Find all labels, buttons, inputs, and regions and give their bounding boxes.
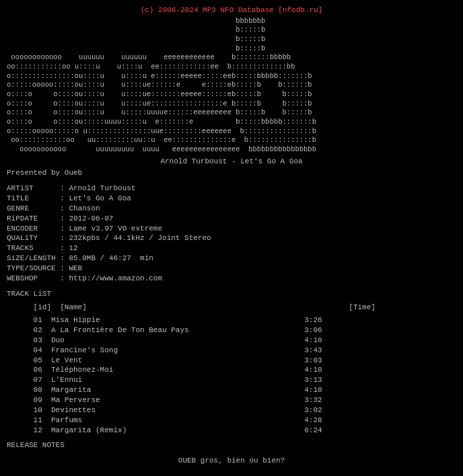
track-row: 08 Margarita 4:10	[7, 385, 456, 395]
meta-genre: GENRE : Chanson	[7, 204, 456, 214]
track-row: 04 Francine's Song 3:43	[7, 346, 456, 356]
track-row: 06 Téléphonez-Moi 4:10	[7, 365, 456, 375]
meta-tracks: TRACKS : 12	[7, 243, 456, 253]
release-notes-header: RELEASE NOTES	[7, 440, 456, 450]
tracklist-header: TRACK LiST	[7, 289, 456, 299]
meta-quality: QUALiTY : 232kpbs / 44.1kHz / Joint Ster…	[7, 233, 456, 243]
track-row: 05 Le Vent 3:03	[7, 356, 456, 366]
meta-size: SiZE/LENGTH : 85.0MB / 46:27 min	[7, 253, 456, 264]
track-row: 09 Ma Perverse 3:32	[7, 395, 456, 405]
track-row: 01 Misa Hippie 3:26	[7, 315, 456, 325]
meta-encoder: ENCODER : Lame v3.97 VO extreme	[7, 224, 456, 234]
album-title: Arnold Turboust - Let's Go A Goa	[7, 157, 456, 167]
track-row: 03 Duo 4:10	[7, 335, 456, 346]
ascii-art: bbbbbbb b:::::b b:::::b b:::::b ooooo	[7, 17, 456, 155]
presented-by: Presented by Oueb	[7, 168, 456, 178]
meta-webshop: WEBSHOP : http://www.amazon.com	[7, 274, 456, 284]
track-row: 02 A La Frontière De Ton Beau Pays 3:06	[7, 325, 456, 335]
meta-ripdate: RiPDATE : 2012-06-07	[7, 214, 456, 224]
track-row: 10 Devinettes 3:02	[7, 405, 456, 415]
meta-title: TiTLE : Let's Go A Goa	[7, 194, 456, 204]
tracklist-columns: [id] [Name] [Time]	[7, 303, 456, 313]
track-row: 07 L'Ennui 3:13	[7, 375, 456, 385]
meta-artist: ARTiST : Arnold Turboust	[7, 184, 456, 194]
header-title: (c) 2006-2024 MP3 NFO Database [nfodb.ru…	[7, 5, 456, 15]
tracklist-rows: 01 Misa Hippie 3:26 02 A La Frontière De…	[7, 315, 456, 435]
track-row: 11 Parfums 4:28	[7, 415, 456, 426]
meta-type: TYPE/SOURCE : WEB	[7, 264, 456, 274]
tracklist-section: TRACK LiST [id] [Name] [Time] 01 Misa Hi…	[7, 289, 456, 436]
release-notes-content: OUEB gros, bien ou bien?	[7, 456, 456, 466]
metadata-section: ARTiST : Arnold Turboust TiTLE : Let's G…	[7, 184, 456, 283]
track-row: 12 Margarita (Remix) 6:24	[7, 426, 456, 436]
release-notes-section: RELEASE NOTES OUEB gros, bien ou bien?	[7, 440, 456, 466]
